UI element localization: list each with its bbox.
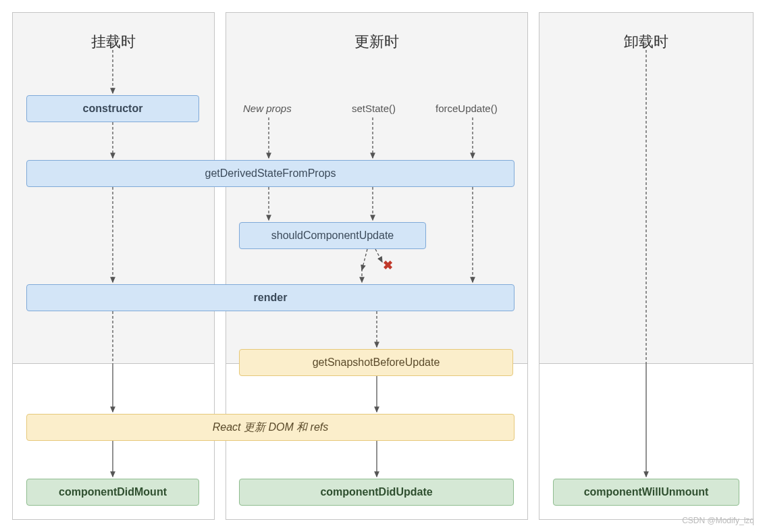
label-react-updates-dom: React 更新 DOM 和 refs [213, 421, 329, 435]
panel-unmount: 卸载时 [539, 12, 754, 520]
title-mount: 挂载时 [13, 32, 214, 52]
label-did-mount: componentDidMount [59, 486, 167, 498]
box-react-updates-dom: React 更新 DOM 和 refs [26, 414, 515, 441]
box-get-snapshot: getSnapshotBeforeUpdate [239, 349, 513, 376]
label-render: render [254, 292, 288, 304]
title-unmount: 卸载时 [539, 32, 753, 52]
trigger-new-props: New props [243, 103, 292, 114]
label-get-snapshot: getSnapshotBeforeUpdate [313, 356, 440, 369]
box-render: render [26, 284, 515, 311]
label-did-update: componentDidUpdate [320, 486, 432, 498]
box-did-update: componentDidUpdate [239, 479, 514, 506]
label-should-update: shouldComponentUpdate [271, 230, 394, 242]
box-will-unmount: componentWillUnmount [553, 479, 739, 506]
phase-render-update [226, 13, 527, 364]
title-update: 更新时 [226, 32, 527, 52]
box-should-update: shouldComponentUpdate [239, 222, 426, 249]
label-get-derived: getDerivedStateFromProps [205, 167, 336, 180]
label-constructor: constructor [83, 103, 143, 115]
label-will-unmount: componentWillUnmount [584, 486, 709, 498]
trigger-force-update: forceUpdate() [436, 103, 498, 114]
watermark: CSDN @Modify_lzq [682, 516, 754, 525]
trigger-set-state: setState() [352, 103, 396, 114]
box-constructor: constructor [26, 95, 199, 122]
box-get-derived: getDerivedStateFromProps [26, 160, 515, 187]
panel-mount: 挂载时 [12, 12, 215, 520]
false-branch-x-icon: ✖ [383, 258, 393, 273]
box-did-mount: componentDidMount [26, 479, 199, 506]
lifecycle-diagram: 挂载时 更新时 卸载时 New props setState() forceUp… [0, 0, 765, 532]
panel-update: 更新时 [226, 12, 528, 520]
phase-render-mount [13, 13, 214, 364]
phase-render-unmount [539, 13, 753, 364]
